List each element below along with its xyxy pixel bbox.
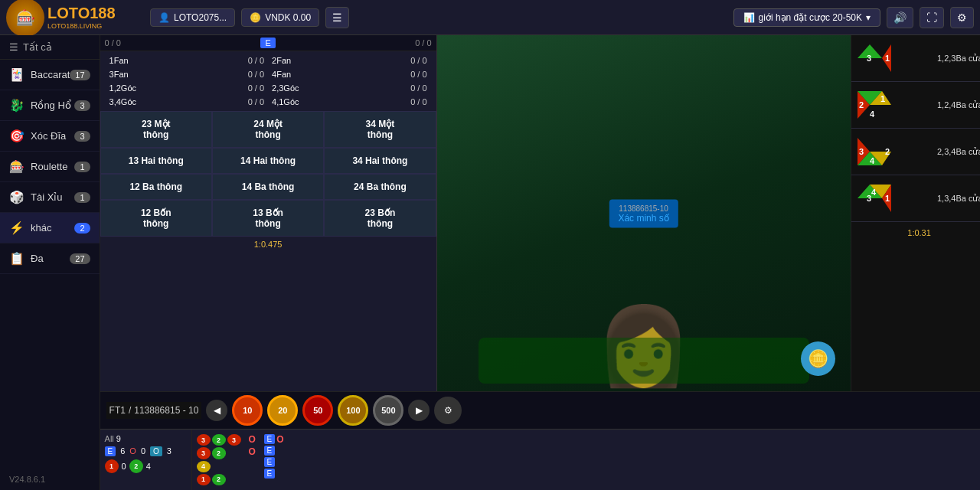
history-ball: 2 [212,474,226,485]
sidebar-item-tai-xiu[interactable]: 🎲 Tài Xỉu 1 [0,182,100,213]
bottom-history: All 9 E 6 O 0 O 3 1 0 2 4 [100,429,980,490]
ft-bar: FT1 / 113886815 - 10 [106,402,202,419]
game-table [479,338,809,384]
chip-20[interactable]: 20 [267,395,298,426]
svg-text:3: 3 [867,54,871,63]
sidebar-item-da[interactable]: 📋 Đa 27 [0,243,100,274]
balance-button[interactable]: 🪙 VNDK 0.00 [241,8,319,27]
left-odds: 1:0.475 [100,237,436,252]
chip-500[interactable]: 500 [373,395,403,426]
sidebar-item-roulette[interactable]: 🎰 Roulette 1 [0,152,100,182]
video-overlay: 🪙 [801,341,835,376]
history-ball: 3 [227,434,241,446]
fan-shape-124-svg: 2 1 4 [858,91,891,119]
fan-shape-134[interactable]: 3 1 4 1,3,4Ba cửa [851,175,980,222]
o-indicator: O [129,446,136,456]
menu-button[interactable]: ☰ [325,7,349,28]
bet-13-bon-thong[interactable]: 13 Bốnthông [212,200,324,237]
bet-24-mot-thong[interactable]: 24 Mộtthông [212,111,324,148]
limit-icon: 📊 [743,12,755,23]
fan-stats: 1Fan 0 / 0 2Fan 0 / 0 3Fan 0 / 0 4Fan 0 … [100,51,436,111]
fan-4fan: 4Fan 0 / 0 [269,68,430,80]
fan-shape-134-svg: 3 1 4 [858,185,891,212]
bet-14-hai-thong[interactable]: 14 Hai thông [212,148,324,174]
account-button[interactable]: 👤 LOTO2075... [150,8,235,27]
fan-shape-234[interactable]: 3 2 4 2,3,4Ba cửa [851,129,980,175]
fan-41goc: 4,1Góc 0 / 0 [269,96,430,108]
oeo-col3: O [276,434,290,485]
main-layout: ☰ Tất cả 🃏 Baccarat 17 🐉 Rồng Hổ 3 🎯 Xóc… [0,35,980,490]
bet-24-ba-thong[interactable]: 24 Ba thông [324,174,436,200]
settings-button[interactable]: ⚙ [950,7,974,28]
top-bar: 🎰 LOTO188 LOTO188.LIVING 👤 LOTO2075... 🪙… [0,0,980,35]
center-area: 0 / 0 E 0 / 0 1Fan 0 / 0 2Fan 0 / 0 [100,35,980,490]
sidebar-header: ☰ Tất cả [0,35,100,60]
stack-icon[interactable]: 🪙 [801,341,835,376]
sidebar-item-khac[interactable]: ⚡ khác 2 [0,213,100,243]
bet-14-ba-thong[interactable]: 14 Ba thông [212,174,324,200]
svg-text:2: 2 [885,147,890,156]
svg-text:2: 2 [859,100,864,109]
video-placeholder: 👩 113886815-10 Xác minh số 🪙 [437,35,851,391]
sound-button[interactable]: 🔊 [887,7,913,28]
bet-34-mot-thong[interactable]: 34 Mộtthông [324,111,436,148]
logo-text: LOTO188 LOTO188.LIVING [47,5,116,30]
fan-2fan: 2Fan 0 / 0 [269,54,430,67]
history-col-3: 3 [227,434,241,485]
xoc-dia-icon: 🎯 [9,129,24,143]
khac-icon: ⚡ [9,220,24,235]
limit-button[interactable]: 📊 giới hạn đặt cược 20-50K ▾ [733,8,880,27]
chip-50[interactable]: 50 [302,395,333,426]
user-icon: 👤 [158,12,170,23]
svg-text:4: 4 [870,109,875,119]
video-mid-area: 👩 113886815-10 Xác minh số 🪙 [437,35,980,391]
verify-badge: 113886815-10 Xác minh số [609,199,678,227]
sidebar-item-rong-ho[interactable]: 🐉 Rồng Hổ 3 [0,90,100,121]
video-fan-row: 👩 113886815-10 Xác minh số 🪙 [437,35,980,391]
sidebar: ☰ Tất cả 🃏 Baccarat 17 🐉 Rồng Hổ 3 🎯 Xóc… [0,35,100,490]
chip-prev[interactable]: ◀ [206,400,227,421]
oeo-col1: O O [249,434,263,485]
history-grid: 3 3 4 1 2 2 2 3 [192,430,980,490]
logo-area: 🎰 LOTO188 LOTO188.LIVING [6,0,144,37]
svg-text:1: 1 [880,94,885,103]
bet-13-hai-thong[interactable]: 13 Hai thông [100,148,212,174]
ft-chip-bar: FT1 / 113886815 - 10 ◀ 10 20 50 100 500 [100,391,980,429]
fullscreen-button[interactable]: ⛶ [920,7,944,28]
sidebar-item-baccarat[interactable]: 🃏 Baccarat 17 [0,60,100,90]
video-area: 👩 113886815-10 Xác minh số 🪙 [437,35,851,391]
history-ball: 3 [197,434,211,446]
fan-shape-123-svg: 3 1 [858,44,891,72]
chip-next[interactable]: ▶ [408,400,430,421]
fan-shape-234-svg: 3 2 4 [858,138,891,165]
chip-10[interactable]: 10 [232,395,263,426]
history-ball: 2 [212,434,226,446]
bet-34-hai-thong[interactable]: 34 Hai thông [324,148,436,174]
baccarat-icon: 🃏 [9,67,24,82]
bet-12-ba-thong[interactable]: 12 Ba thông [100,174,212,200]
chevron-down-icon: ▾ [866,12,871,23]
fan-shape-123[interactable]: 3 1 1,2,3Ba cửa [851,35,980,82]
history-ball: 4 [197,461,211,472]
bet-23-mot-thong[interactable]: 23 Mộtthông [100,111,212,148]
bet-12-bon-thong[interactable]: 12 Bốnthông [100,200,212,237]
svg-text:4: 4 [870,156,875,165]
chip-100[interactable]: 100 [338,395,368,426]
logo-icon: 🎰 [6,0,44,37]
svg-text:1: 1 [885,194,890,203]
da-icon: 📋 [9,251,24,266]
fan-12goc: 1,2Góc 0 / 0 [106,82,268,94]
fan-shape-124[interactable]: 2 1 4 1,2,4Ba cửa [851,82,980,129]
chip-special[interactable]: ⚙ [434,397,462,424]
bet-23-bon-thong[interactable]: 23 Bốnthông [324,200,436,237]
history-ball: 3 [197,447,211,459]
bottom-stats: All 9 E 6 O 0 O 3 1 0 2 4 [100,430,192,490]
sidebar-item-xoc-dia[interactable]: 🎯 Xóc Đĩa 3 [0,121,100,152]
history-col-2: 2 2 2 [212,434,226,485]
mid-odds: 1:0.31 [851,225,980,240]
history-ball: 1 [197,474,211,485]
tai-xiu-icon: 🎲 [9,190,24,204]
history-ball: 2 [212,447,226,459]
panel-header: 0 / 0 E 0 / 0 [100,35,436,51]
game-area: 0 / 0 E 0 / 0 1Fan 0 / 0 2Fan 0 / 0 [100,35,980,391]
